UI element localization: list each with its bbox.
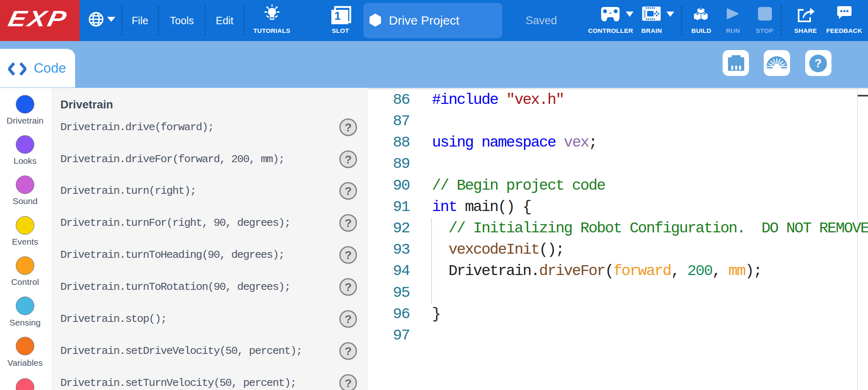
svg-text:?: ?: [815, 57, 822, 70]
svg-text:1: 1: [334, 9, 341, 22]
